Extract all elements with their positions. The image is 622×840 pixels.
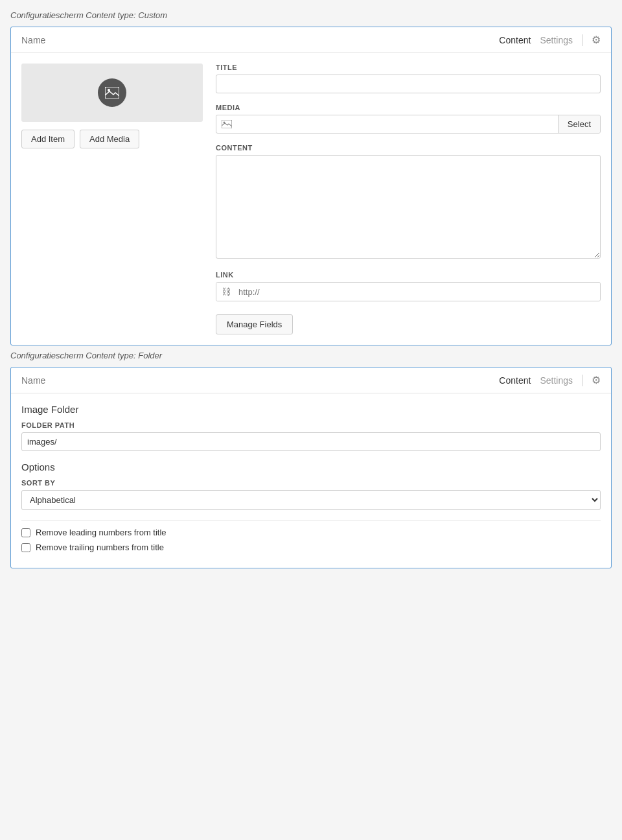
title-label: TITLE [216,64,601,71]
image-folder-section: Image Folder FOLDER PATH [21,404,601,451]
sort-by-select[interactable]: Alphabetical Date Name [21,490,601,510]
sort-by-label: SORT BY [21,479,601,487]
panel1-body: Add Item Add Media TITLE MEDIA [11,53,611,345]
header-divider [582,34,582,46]
folder-path-input[interactable] [21,432,601,451]
tab2-settings[interactable]: Settings [540,375,573,386]
separator [21,520,601,521]
folder-panel: Content Settings ⚙ Image Folder FOLDER P… [10,367,612,568]
checkbox-trailing: Remove trailing numbers from title [21,542,601,552]
select-button[interactable]: Select [558,115,600,133]
add-media-button[interactable]: Add Media [80,130,139,148]
panel2-body: Image Folder FOLDER PATH Options SORT BY… [11,393,611,568]
media-field-group: MEDIA Select [216,104,601,134]
options-title: Options [21,461,601,472]
content-textarea[interactable] [216,155,601,259]
panel2-tabs: Content Settings ⚙ [499,374,601,386]
panel1-header: Content Settings ⚙ [11,27,611,53]
link-label: LINK [216,271,601,279]
image-folder-title: Image Folder [21,404,601,415]
content-label: CONTENT [216,144,601,152]
panel1-left-col: Add Item Add Media [21,64,203,334]
checkbox-leading-label: Remove leading numbers from title [36,528,167,537]
media-field-icon [216,116,558,132]
panel1-name-field[interactable] [21,35,499,45]
panel2-name-field[interactable] [21,375,499,386]
gear2-icon[interactable]: ⚙ [592,374,601,386]
link-field-row: ⛓ [216,282,601,301]
caption-custom: Configuratiescherm Content type: Custom [10,10,612,20]
panel1-name-input[interactable] [21,35,499,45]
link-input[interactable] [236,283,600,301]
custom-panel: Content Settings ⚙ Add Item Add Media [10,27,612,345]
checkbox-trailing-label: Remove trailing numbers from title [36,542,164,552]
header2-divider [582,375,582,386]
caption-folder: Configuratiescherm Content type: Folder [10,351,612,360]
media-field-row: Select [216,115,601,134]
left-button-row: Add Item Add Media [21,130,203,148]
gear-icon[interactable]: ⚙ [592,34,601,46]
panel2-name-input[interactable] [21,375,499,386]
tab1-settings[interactable]: Settings [540,35,573,45]
link-icon: ⛓ [216,283,236,301]
folder-path-label: FOLDER PATH [21,421,601,429]
checkbox-trailing-input[interactable] [21,543,30,552]
panel1-tabs: Content Settings ⚙ [499,34,601,46]
checkbox-leading: Remove leading numbers from title [21,528,601,537]
panel1-right-col: TITLE MEDIA Select [216,64,601,334]
options-section: Options SORT BY Alphabetical Date Name [21,461,601,510]
panel2-header: Content Settings ⚙ [11,368,611,393]
manage-fields-button[interactable]: Manage Fields [216,314,293,334]
svg-rect-0 [105,87,119,99]
checkbox-leading-input[interactable] [21,528,30,537]
title-input[interactable] [216,75,601,93]
image-icon [98,78,126,107]
tab2-content[interactable]: Content [499,375,531,386]
media-placeholder [21,64,203,122]
link-field-group: LINK ⛓ [216,271,601,301]
content-field-group: CONTENT [216,144,601,261]
add-item-button[interactable]: Add Item [21,130,75,148]
tab1-content[interactable]: Content [499,35,531,45]
media-label: MEDIA [216,104,601,111]
title-field-group: TITLE [216,64,601,93]
